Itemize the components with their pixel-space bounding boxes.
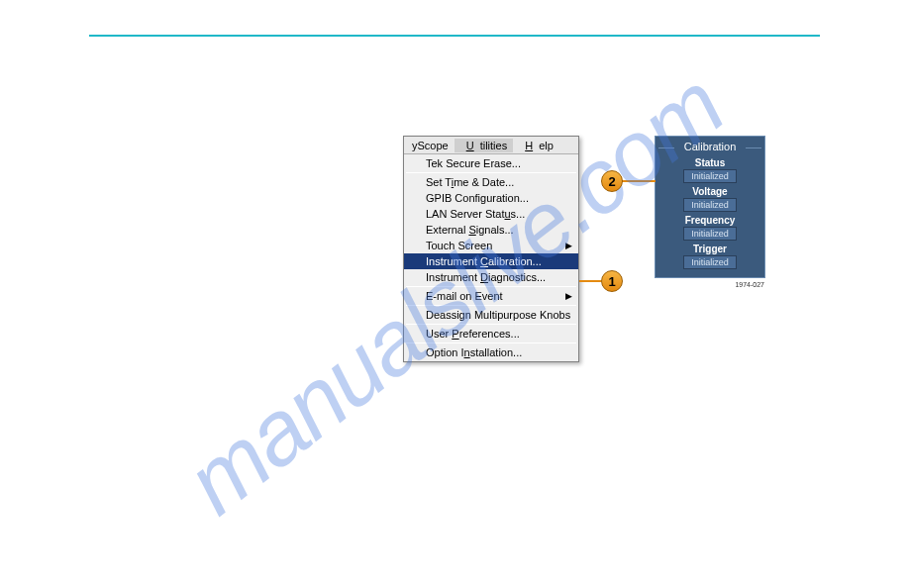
menu-set-time[interactable]: Set Time & Date... (404, 174, 578, 190)
menu-separator (406, 305, 576, 306)
menubar-scope: yScope (406, 139, 454, 152)
dropdown-menu: Tek Secure Erase... Set Time & Date... G… (404, 154, 578, 361)
menubar-utilities[interactable]: Utilities (454, 139, 513, 152)
trigger-label: Trigger (660, 244, 759, 255)
frequency-value[interactable]: Initialized (683, 227, 737, 241)
callout-2: 2 (601, 170, 623, 192)
callout-line-1 (579, 280, 601, 282)
frequency-label: Frequency (660, 215, 759, 227)
menu-gpib[interactable]: GPIB Configuration... (404, 190, 578, 206)
panel-title: Calibration (660, 141, 759, 154)
menu-tek-secure[interactable]: Tek Secure Erase... (404, 155, 578, 171)
menu-separator (406, 324, 576, 325)
status-value[interactable]: Initialized (683, 169, 737, 183)
menubar-help[interactable]: Help (513, 139, 559, 152)
callout-line-2 (622, 180, 656, 182)
trigger-value[interactable]: Initialized (683, 255, 737, 269)
status-label: Status (660, 157, 759, 169)
menu-separator (406, 343, 576, 343)
menubar: yScope Utilities Help (404, 137, 578, 154)
voltage-value[interactable]: Initialized (683, 198, 737, 212)
menu-separator (406, 286, 576, 287)
menu-user-preferences[interactable]: User Preferences... (404, 326, 578, 342)
menu-separator (406, 172, 576, 173)
utilities-menu-screenshot: yScope Utilities Help Tek Secure Erase..… (403, 136, 579, 362)
calibration-panel: Calibration Status Initialized Voltage I… (655, 136, 765, 278)
menu-lan[interactable]: LAN Server Status... (404, 206, 578, 222)
menu-option-installation[interactable]: Option Installation... (404, 344, 578, 360)
menu-instrument-calibration[interactable]: Instrument Calibration... (404, 253, 578, 269)
menu-touch-screen[interactable]: Touch Screen ▶ (404, 238, 578, 253)
panel-figure-code: 1974-027 (735, 281, 764, 288)
menu-deassign-knobs[interactable]: Deassign Multipurpose Knobs (404, 307, 578, 323)
submenu-arrow-icon: ▶ (565, 291, 572, 301)
menu-diagnostics[interactable]: Instrument Diagnostics... (404, 269, 578, 285)
voltage-label: Voltage (660, 186, 759, 198)
callout-1: 1 (601, 270, 623, 292)
menu-email-event[interactable]: E-mail on Event ▶ (404, 288, 578, 304)
menu-external[interactable]: External Signals... (404, 222, 578, 238)
header-rule (89, 35, 820, 37)
submenu-arrow-icon: ▶ (565, 241, 572, 250)
